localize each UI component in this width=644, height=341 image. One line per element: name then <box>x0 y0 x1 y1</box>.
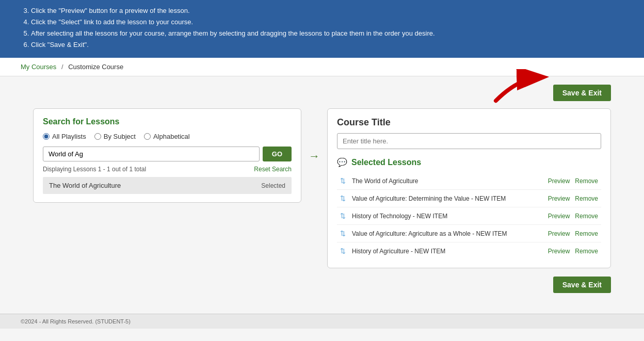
results-count: Displaying Lessons 1 - 1 out of 1 total <box>43 166 146 173</box>
search-meta: Displaying Lessons 1 - 1 out of 1 total … <box>43 166 292 173</box>
instruction-step-5: After selecting all the lessons for your… <box>31 28 623 39</box>
breadcrumb: My Courses / Customize Course <box>0 58 644 76</box>
selected-lesson-name: Value of Agriculture: Determining the Va… <box>352 195 544 202</box>
connector-arrow-icon: → <box>309 150 320 163</box>
selected-lesson-row: ⇅ History of Technology - NEW ITEM Previ… <box>337 207 601 225</box>
preview-link[interactable]: Preview <box>548 230 570 237</box>
drag-handle-icon[interactable]: ⇅ <box>340 177 346 185</box>
instruction-bar: Click the "Preview" button for a preview… <box>0 0 644 58</box>
go-button[interactable]: GO <box>263 147 292 161</box>
radio-alphabetical[interactable] <box>144 133 151 140</box>
preview-link[interactable]: Preview <box>548 177 570 185</box>
search-panel-title: Search for Lessons <box>43 117 292 126</box>
course-title-label: Course Title <box>337 117 601 128</box>
footer-text: ©2024 - All Rights Reserved. (STUDENT-5) <box>21 318 131 324</box>
search-row: GO <box>43 147 292 161</box>
course-panel: Course Title 💬 Selected Lessons ⇅ The Wo… <box>327 108 611 268</box>
radio-alphabetical-text: Alphabetical <box>153 133 190 140</box>
selected-lessons-title: Selected Lessons <box>351 158 421 167</box>
breadcrumb-current: Customize Course <box>68 63 123 71</box>
selected-lesson-name: History of Agriculture - NEW ITEM <box>352 248 544 255</box>
top-actions-row: Save & Exit <box>33 85 611 101</box>
remove-link[interactable]: Remove <box>575 195 598 202</box>
radio-alphabetical-label[interactable]: Alphabetical <box>144 133 190 140</box>
remove-link[interactable]: Remove <box>575 213 598 220</box>
remove-link[interactable]: Remove <box>575 177 598 185</box>
lesson-actions: Preview Remove <box>548 195 598 202</box>
footer: ©2024 - All Rights Reserved. (STUDENT-5) <box>0 314 644 329</box>
radio-all-playlists-label[interactable]: All Playlists <box>43 133 86 140</box>
selected-lessons-header: 💬 Selected Lessons <box>337 157 601 167</box>
radio-all-playlists[interactable] <box>43 133 50 140</box>
lesson-actions: Preview Remove <box>548 230 598 237</box>
breadcrumb-separator: / <box>61 63 63 71</box>
radio-by-subject-text: By Subject <box>104 133 136 140</box>
main-content: Save & Exit Search for Lessons All Playl… <box>12 76 632 301</box>
remove-link[interactable]: Remove <box>575 230 598 237</box>
selected-lesson-name: History of Technology - NEW ITEM <box>352 213 544 220</box>
search-results-list: The World of Agriculture Selected <box>43 177 292 194</box>
instruction-step-4: Click the "Select" link to add the lesso… <box>31 17 623 28</box>
selected-lesson-name: Value of Agriculture: Agriculture as a W… <box>352 230 544 237</box>
lesson-name: The World of Agriculture <box>49 182 121 189</box>
selected-lesson-name: The World of Agriculture <box>352 177 544 185</box>
selected-lesson-row: ⇅ Value of Agriculture: Determining the … <box>337 190 601 207</box>
drag-handle-icon[interactable]: ⇅ <box>340 212 346 220</box>
lesson-actions: Preview Remove <box>548 177 598 185</box>
course-title-input[interactable] <box>337 133 601 149</box>
save-exit-button-bottom[interactable]: Save & Exit <box>553 277 611 293</box>
search-input[interactable] <box>43 147 260 161</box>
filter-radio-group: All Playlists By Subject Alphabetical <box>43 133 292 140</box>
panels-container: Search for Lessons All Playlists By Subj… <box>33 108 611 268</box>
instruction-step-3: Click the "Preview" button for a preview… <box>31 5 623 17</box>
connector-area: → <box>301 108 327 163</box>
selected-lesson-row: ⇅ Value of Agriculture: Agriculture as a… <box>337 225 601 242</box>
lesson-status: Selected <box>261 182 285 189</box>
selected-lesson-row: ⇅ The World of Agriculture Preview Remov… <box>337 172 601 190</box>
lesson-actions: Preview Remove <box>548 248 598 255</box>
drag-handle-icon[interactable]: ⇅ <box>340 230 346 237</box>
radio-by-subject[interactable] <box>94 133 101 140</box>
bottom-actions-row: Save & Exit <box>33 277 611 293</box>
selected-lessons-list: ⇅ The World of Agriculture Preview Remov… <box>337 172 601 259</box>
chat-bubble-icon: 💬 <box>337 157 347 167</box>
drag-handle-icon[interactable]: ⇅ <box>340 194 346 202</box>
lesson-actions: Preview Remove <box>548 213 598 220</box>
selected-lesson-row: ⇅ History of Agriculture - NEW ITEM Prev… <box>337 242 601 259</box>
instruction-step-6: Click "Save & Exit". <box>31 39 623 51</box>
save-exit-button-top[interactable]: Save & Exit <box>553 85 611 101</box>
radio-all-playlists-text: All Playlists <box>52 133 86 140</box>
reset-search-link[interactable]: Reset Search <box>254 166 292 173</box>
drag-handle-icon[interactable]: ⇅ <box>340 247 346 255</box>
list-item: The World of Agriculture Selected <box>43 177 292 194</box>
preview-link[interactable]: Preview <box>548 195 570 202</box>
preview-link[interactable]: Preview <box>548 248 570 255</box>
remove-link[interactable]: Remove <box>575 248 598 255</box>
breadcrumb-parent-link[interactable]: My Courses <box>21 63 56 71</box>
preview-link[interactable]: Preview <box>548 213 570 220</box>
search-lessons-panel: Search for Lessons All Playlists By Subj… <box>33 108 301 203</box>
radio-by-subject-label[interactable]: By Subject <box>94 133 136 140</box>
